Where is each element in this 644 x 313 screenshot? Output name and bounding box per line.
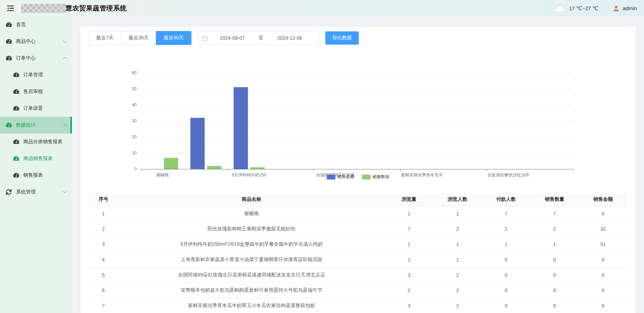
report-card: 最近7天最近30天最近90天 2024-09-07 至 2 [80,27,636,313]
table-cell: 0 [482,252,530,267]
y-axis-tick-label: 50 [132,86,137,91]
range-button-7d[interactable]: 最近7天 [89,31,121,45]
gauge-icon [6,55,12,61]
bar-销售金额-cat3 [234,87,248,169]
table-cell: 1 [530,237,579,252]
gridline [141,89,573,89]
gauge-icon [13,106,19,112]
sidebar-item-label: 订单管理 [23,72,43,78]
sidebar-item-label: 商品销售报表 [23,155,53,162]
export-data-button[interactable]: 导出数据 [325,31,359,45]
y-axis-tick-label: 0 [134,167,137,171]
sidebar-item-system-management[interactable]: 系统管理 [0,184,72,200]
table-cell: 2 [482,221,530,237]
chart-legend: 销售金额销量数据 [89,174,627,180]
filter-row: 最近7天最近30天最近90天 2024-09-07 至 2 [89,31,627,45]
table-row: 5全国同城99朵红玫瑰生日花束鲜花速递同城配送女友生日天津北京店32000 [89,267,627,283]
username[interactable]: admin [623,5,637,11]
sidebar-item-product-sales-report[interactable]: 商品销售报表 [0,150,72,167]
sidebar-item-order-management[interactable]: 订单管理 [0,67,72,83]
table-cell: 0 [530,298,579,313]
sidebar-item-label: 售后审核 [23,89,43,95]
bar-销售金额-cat2 [190,118,205,169]
sidebar-item-data-statistics[interactable]: 数据统计 [0,117,72,133]
top-header: 慧农贸果蔬管理系统 17 ℃~27 ℃ admin [0,0,644,16]
sidebar-item-label: 订单设置 [23,105,43,112]
sidebar-item-home[interactable]: 首页 [0,16,72,33]
page-layout: 首页商品中心订单中心订单管理售后审核订单设置数据统计商品分类销售报表商品销售报表… [0,16,644,313]
sidebar-item-order-settings[interactable]: 订单设置 [0,100,72,117]
table-cell: 0 [530,267,579,283]
table-cell: 5 [89,267,118,283]
gridline [141,105,573,105]
date-end-value[interactable]: 2024-12-06 [265,35,315,41]
sidebar-item-sales-report[interactable]: 销售报表 [0,167,72,184]
table-cell: 上海青新鲜农家蔬菜小青菜小油菜宁夏矮脚青仔供港青苗软糯清甜 [118,252,385,267]
table-cell: 7 [385,221,433,237]
y-axis-tick-label: 60 [132,70,137,75]
table-cell: 2 [89,221,118,237]
table-cell: 0 [579,283,627,298]
table-cell: 1 [385,206,433,221]
range-button-90d[interactable]: 最近90天 [156,31,191,45]
column-header: 销售金额 [579,193,627,206]
table-cell: 2 [433,283,482,298]
y-axis-tick-label: 20 [132,135,137,139]
table-cell: 2 [433,298,482,313]
column-header: 浏览量 [385,193,433,206]
chart-plot-area: 0102030405060猕猴桃9月伊利纯牛奶250全国同城99朵红玫瑰新鲜采摘… [141,73,573,169]
table-row: 39月伊利纯牛奶250ml*24/18盒整箱牛奶早餐全脂牛奶学生成人纯奶1111… [89,237,627,252]
menu-fold-icon[interactable] [7,5,15,12]
sidebar-item-product-center[interactable]: 商品中心 [0,33,72,50]
sidebar-item-label: 商品中心 [16,38,36,45]
column-header: 销售数量 [530,193,579,206]
table-cell: 7 [530,206,579,221]
range-button-group: 最近7天最近30天最近90天 [89,31,191,45]
date-separator: 至 [257,35,265,41]
range-button-30d[interactable]: 最近30天 [121,31,157,45]
sidebar: 首页商品中心订单中心订单管理售后审核订单设置数据统计商品分类销售报表商品销售报表… [0,16,72,313]
table-row: 6安尊顺丰包邮超大鸵鸟蛋鸸鹋蛋新鲜可食用蛋特大号驼鸟蛋端午节22000 [89,283,627,298]
table-cell: 1 [89,206,118,221]
logo-redacted [21,4,66,13]
table-cell: 0 [579,267,627,283]
sidebar-item-order-center[interactable]: 订单中心 [0,50,72,67]
x-axis-tick [573,169,574,171]
sidebar-item-label: 商品分类销售报表 [23,139,62,145]
table-cell: 3 [385,298,433,313]
x-axis-tick [314,169,314,171]
table-cell: 1 [385,237,433,252]
gauge-icon [6,22,12,28]
x-axis-tick [141,169,141,171]
x-axis-tick [487,169,487,171]
column-header: 商品名称 [118,193,385,206]
header-right: 17 ℃~27 ℃ admin [554,4,637,13]
bar-销量数据-cat3 [250,167,265,169]
date-range-picker[interactable]: 2024-09-07 至 2024-12-06 [198,31,319,45]
legend-item-销售金额[interactable]: 销售金额 [327,174,354,180]
table-cell: 猕猴桃 [118,206,385,221]
y-axis-tick-label: 40 [132,102,137,107]
legend-item-销量数据[interactable]: 销量数据 [362,174,389,180]
table-cell: 0 [579,298,627,313]
sidebar-item-category-sales-report[interactable]: 商品分类销售报表 [0,133,72,150]
chevron-up-icon [63,124,67,128]
x-axis-tick [227,169,228,171]
calendar-icon [202,36,207,41]
table-header-row: 序号商品名称浏览量浏览人数付款人数销售数量销售金额 [89,193,627,206]
table-row: 4上海青新鲜农家蔬菜小青菜小油菜宁夏矮脚青仔供港青苗软糯清甜11000 [89,252,627,267]
avatar-icon [612,5,620,12]
legend-label: 销量数据 [373,174,389,180]
legend-swatch [362,175,371,180]
date-start-value[interactable]: 2024-09-07 [207,35,257,41]
app-root: 慧农贸果蔬管理系统 17 ℃~27 ℃ admin 首页商品中心订单中心订单管理… [0,0,644,313]
weather-text: 17 ℃~27 ℃ [569,5,598,12]
bar-销量数据-cat1 [164,158,178,169]
sidebar-item-label: 销售报表 [23,172,43,178]
sidebar-item-label: 首页 [16,22,26,28]
table-cell: 51 [579,237,627,252]
sidebar-item-aftersale-review[interactable]: 售后审核 [0,83,72,100]
gauge-icon [13,89,19,95]
table-cell: 1 [385,252,433,267]
table-cell: 32 [579,221,627,237]
